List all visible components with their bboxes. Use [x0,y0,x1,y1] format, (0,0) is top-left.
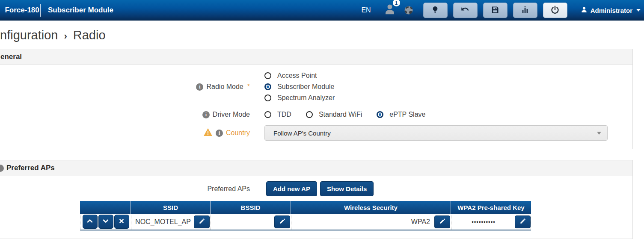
device-name[interactable]: _Force-180 [1,6,40,15]
row-actions-cell [80,214,131,230]
radio-mode-row: i Radio Mode * Access Point Subscriber M… [0,70,632,103]
user-menu[interactable]: Administrator [581,6,641,15]
warning-icon [203,128,213,138]
radio-mode-option-spectrum-analyzer[interactable]: Spectrum Analyzer [264,92,335,103]
breadcrumb: nfiguration › Radio [0,21,644,49]
general-section-title: eneral [0,53,22,61]
navbar-right: EN 1 [361,3,644,18]
info-icon[interactable]: i [202,111,210,118]
general-panel: eneral i Radio Mode * Access Point Subsc… [0,49,633,149]
save-icon [491,6,499,15]
preferred-aps-section-header: Preferred APs [0,160,632,176]
chevron-down-icon [102,217,110,226]
info-icon [0,165,4,172]
caret-down-icon [597,132,601,135]
antenna-tower-icon [521,6,529,15]
wireless-security-cell: WPA2 [291,214,451,230]
radio-button[interactable] [264,94,271,101]
radio-button-selected[interactable] [377,111,383,118]
pencil-icon [279,218,286,226]
navbar-divider [40,4,41,17]
edit-wpa2-key-button[interactable] [515,215,531,228]
undo-button[interactable] [453,3,478,18]
user-sessions-button[interactable]: 1 [383,3,396,18]
table-header-row: SSID BSSID Wireless Security WPA2 Pre-sh… [80,201,531,214]
driver-mode-option-eptp-slave[interactable]: ePTP Slave [377,109,425,120]
column-header-wireless-security: Wireless Security [291,201,451,214]
driver-mode-option-standard-wifi[interactable]: Standard WiFi [306,109,362,120]
notification-badge: 1 [393,0,400,6]
preferred-aps-toolbar: Preferred APs Add new AP Show Details [0,181,632,196]
delete-row-button[interactable] [114,215,129,229]
reboot-button[interactable] [543,3,567,18]
radio-mode-option-subscriber-module[interactable]: Subscriber Module [264,81,335,92]
preferred-aps-panel: Preferred APs Preferred APs Add new AP S… [0,160,633,239]
country-label: Country [226,129,250,137]
device-mode-label: Subscriber Module [48,6,113,15]
preferred-aps-label: Preferred APs [207,185,250,193]
chevron-up-icon [86,217,94,226]
ssid-value: NOC_MOTEL_AP [132,218,194,226]
breadcrumb-separator-icon: › [64,31,67,42]
power-icon [550,5,560,16]
wpa2-key-masked-value: •••••••••• [452,218,515,225]
admin-user-icon [581,6,588,15]
lightbulb-icon [431,5,439,16]
show-details-button[interactable]: Show Details [320,181,374,196]
edit-wireless-security-button[interactable] [434,215,450,228]
country-selected-value: Follow AP's Country [273,130,331,137]
wpa2-key-cell: •••••••••• [451,214,531,230]
undo-icon [460,5,470,16]
radio-button[interactable] [264,72,271,79]
pencil-icon [439,218,446,226]
edit-bssid-button[interactable] [274,215,290,228]
radio-mode-label: Radio Mode [206,83,243,91]
align-tool-button[interactable] [513,3,537,18]
save-button[interactable] [483,3,507,18]
column-header-actions [80,201,131,214]
column-header-bssid: BSSID [211,201,291,214]
wireless-security-value: WPA2 [292,218,434,226]
user-menu-label: Administrator [591,7,632,14]
driver-mode-option-tdd[interactable]: TDD [264,109,291,120]
radio-button[interactable] [306,111,313,118]
move-up-button[interactable] [83,215,98,229]
radio-button-selected[interactable] [264,83,271,90]
tips-button[interactable] [423,3,448,18]
globe-icon[interactable] [404,5,414,15]
driver-mode-row: i Driver Mode TDD Standard WiFi ePTP Sla… [0,109,632,120]
bssid-cell [211,214,291,230]
info-icon[interactable]: i [216,130,223,137]
column-header-ssid: SSID [131,201,211,214]
top-navbar: _Force-180 Subscriber Module EN 1 [0,0,644,21]
table-row: NOC_MOTEL_AP WPA2 [80,214,531,230]
radio-button[interactable] [264,111,271,118]
move-down-button[interactable] [98,215,113,229]
country-row: i Country Follow AP's Country [0,125,632,141]
delete-icon [118,218,125,226]
country-select[interactable]: Follow AP's Country [264,125,608,141]
language-selector[interactable]: EN [361,6,371,14]
preferred-aps-section-title: Preferred APs [6,164,55,172]
info-icon[interactable]: i [196,83,203,91]
preferred-aps-table: SSID BSSID Wireless Security WPA2 Pre-sh… [80,201,531,230]
breadcrumb-page: Radio [73,28,106,42]
required-mark: * [247,83,250,91]
driver-mode-label: Driver Mode [213,111,250,118]
add-new-ap-button[interactable]: Add new AP [266,181,317,196]
general-section-header: eneral [0,49,632,65]
column-header-wpa2-key: WPA2 Pre-shared Key [451,201,531,214]
caret-down-icon [636,9,641,12]
breadcrumb-section[interactable]: nfiguration [0,28,58,42]
radio-mode-option-access-point[interactable]: Access Point [264,70,335,81]
pencil-icon [519,218,526,226]
ssid-cell: NOC_MOTEL_AP [131,214,211,230]
edit-ssid-button[interactable] [194,215,210,228]
pencil-icon [199,218,205,226]
